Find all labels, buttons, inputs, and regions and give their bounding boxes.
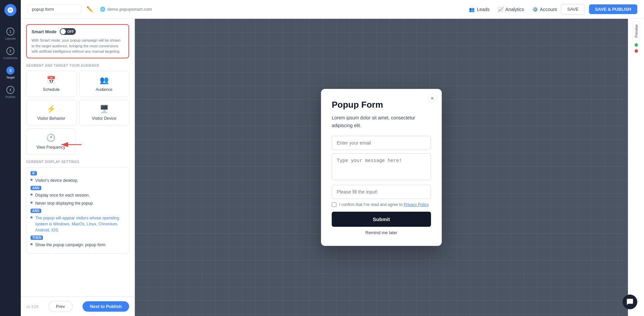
- step-number-4: 4: [6, 86, 14, 94]
- ds-row-and2: AND: [31, 208, 125, 213]
- dot-os: [31, 216, 33, 218]
- view-frequency-icon: 🕐: [46, 134, 55, 142]
- privacy-checkbox[interactable]: [332, 202, 336, 207]
- checkbox-text: I confirm that I've read and agree to: [339, 202, 404, 207]
- ds-row-show: Show the popup campaign: popup form: [31, 242, 125, 248]
- device-text: Visitor's device desktop,: [35, 177, 78, 183]
- never-text: Never stop displaying the popup: [35, 200, 93, 206]
- preview-sidebar: Preview: [628, 19, 644, 316]
- visitor-behavior-label: Visitor Behavior: [37, 116, 65, 121]
- nav-label-target: Target: [6, 76, 14, 79]
- ds-row-device: Visitor's device desktop,: [31, 177, 125, 183]
- message-textarea[interactable]: [332, 153, 431, 180]
- checkbox-row: I confirm that I've read and agree to Pr…: [332, 202, 431, 207]
- popup-title: Popup Form: [332, 100, 431, 110]
- current-display-label: CURRENT DISPLAY SETTINGS: [26, 160, 129, 164]
- and-badge-1: AND: [31, 186, 41, 190]
- visitor-device-label: Visitor Device: [92, 116, 116, 121]
- visitor-behavior-card[interactable]: ⚡ Visitor Behavior: [26, 100, 76, 126]
- next-publish-button[interactable]: Next to Publish: [83, 301, 129, 312]
- checkbox-label: I confirm that I've read and agree to Pr…: [339, 202, 430, 207]
- smart-mode-label: Smart Mode: [32, 29, 56, 34]
- url-text: demo.popupsmart.com: [107, 7, 152, 12]
- os-text: The popup will appear visitors whose ope…: [35, 215, 125, 233]
- submit-button[interactable]: Submit: [332, 212, 431, 227]
- view-frequency-card[interactable]: 🕐 View Frequency: [26, 128, 75, 155]
- nav-label-customize: Customize: [3, 56, 18, 60]
- targeting-grid: 📅 Schedule 👥 Audience ⚡ Visitor Behavior…: [26, 71, 129, 126]
- prev-button[interactable]: Prev: [48, 301, 73, 312]
- step-number-2: 2: [6, 47, 14, 55]
- smart-mode-toggle[interactable]: OFF: [60, 28, 76, 35]
- remind-later[interactable]: Remind me later: [332, 230, 431, 235]
- schedule-label: Schedule: [43, 87, 60, 92]
- account-link[interactable]: ⚙️ Account: [532, 7, 557, 12]
- panel-scroll: Smart Mode OFF With Smart mode, your pop…: [21, 19, 135, 297]
- version-text: v1.3.29: [26, 305, 38, 309]
- ds-row-if: IF: [31, 171, 125, 175]
- ds-row-os: The popup will appear visitors whose ope…: [31, 215, 125, 233]
- chat-widget[interactable]: [623, 295, 637, 309]
- nav-item-layouts[interactable]: 1 Layouts: [0, 24, 21, 44]
- dot-show: [31, 243, 33, 245]
- audience-label: Audience: [96, 87, 112, 92]
- session-text: Display once for each session.: [35, 192, 90, 198]
- main-area: Smart Mode OFF With Smart mode, your pop…: [21, 19, 644, 316]
- green-dot: [635, 43, 638, 47]
- view-frequency-label: View Frequency: [37, 145, 65, 150]
- visitor-device-card[interactable]: 🖥️ Visitor Device: [79, 100, 129, 126]
- audience-icon: 👥: [100, 76, 109, 85]
- globe-icon: 🌐: [100, 7, 105, 12]
- audience-card[interactable]: 👥 Audience: [79, 71, 129, 97]
- save-publish-button[interactable]: SAVE & PUBLISH: [589, 4, 637, 14]
- step-number-1: 1: [6, 28, 14, 36]
- privacy-policy-link[interactable]: Privacy Policy: [404, 202, 428, 207]
- nav-label-layouts: Layouts: [5, 37, 16, 40]
- toggle-text: OFF: [67, 30, 74, 34]
- account-icon: ⚙️: [532, 7, 538, 12]
- target-panel: Smart Mode OFF With Smart mode, your pop…: [21, 19, 135, 316]
- red-dot: [635, 49, 638, 53]
- leads-link[interactable]: 👥 Leads: [469, 7, 489, 12]
- popup-description: Lorem ipsum dolor sit amet, consectetur …: [332, 114, 431, 129]
- popup-close-button[interactable]: ✕: [428, 94, 437, 103]
- segment-label: SEGMENT AND TARGET YOUR AUDIENCE: [26, 64, 129, 67]
- analytics-icon: 📈: [498, 7, 503, 12]
- analytics-link[interactable]: 📈 Analytics: [498, 7, 524, 12]
- edit-icon[interactable]: ✏️: [87, 6, 93, 12]
- show-text: Show the popup campaign: popup form: [35, 242, 105, 248]
- nav-item-customize[interactable]: 2 Customize: [0, 44, 21, 63]
- schedule-card[interactable]: 📅 Schedule: [26, 71, 76, 97]
- header-nav: 👥 Leads 📈 Analytics ⚙️ Account: [469, 7, 557, 12]
- panel-footer: v1.3.29 Prev Next to Publish: [21, 297, 135, 316]
- dot-never: [31, 202, 33, 204]
- preview-button[interactable]: Preview: [633, 21, 640, 41]
- url-display: 🌐 demo.popupsmart.com: [100, 7, 152, 12]
- logo[interactable]: [4, 4, 16, 16]
- ds-row-never: Never stop displaying the popup: [31, 200, 125, 206]
- nav-item-target[interactable]: 3 Target: [0, 63, 21, 83]
- step-number-3: 3: [6, 66, 14, 74]
- analytics-label: Analytics: [505, 7, 524, 12]
- smart-mode-box: Smart Mode OFF With Smart mode, your pop…: [26, 24, 129, 58]
- dot-device: [31, 179, 33, 181]
- fill-input[interactable]: [332, 185, 431, 199]
- then-badge: THEN: [31, 235, 43, 240]
- display-settings-box: IF Visitor's device desktop, AND Display…: [26, 167, 129, 254]
- nav-item-publish[interactable]: 4 Publish: [0, 83, 21, 102]
- ds-row-and1: AND: [31, 186, 125, 190]
- toggle-circle: [60, 29, 66, 34]
- title-input[interactable]: [28, 4, 81, 14]
- left-sidebar: 1 Layouts 2 Customize 3 Target 4 Publish: [0, 0, 21, 316]
- if-badge: IF: [31, 171, 37, 175]
- smart-mode-description: With Smart mode, your popup campaign wil…: [32, 38, 124, 54]
- email-input[interactable]: [332, 136, 431, 150]
- save-button[interactable]: SAVE: [561, 4, 585, 14]
- current-display-section: CURRENT DISPLAY SETTINGS IF Visitor's de…: [26, 160, 129, 254]
- ds-row-session: Display once for each session.: [31, 192, 125, 198]
- popup-modal: ✕ Popup Form Lorem ipsum dolor sit amet,…: [321, 89, 442, 246]
- smart-mode-header: Smart Mode OFF: [32, 28, 124, 35]
- dot-session: [31, 194, 33, 196]
- canvas-area: ✕ Popup Form Lorem ipsum dolor sit amet,…: [135, 19, 628, 316]
- leads-icon: 👥: [469, 7, 475, 12]
